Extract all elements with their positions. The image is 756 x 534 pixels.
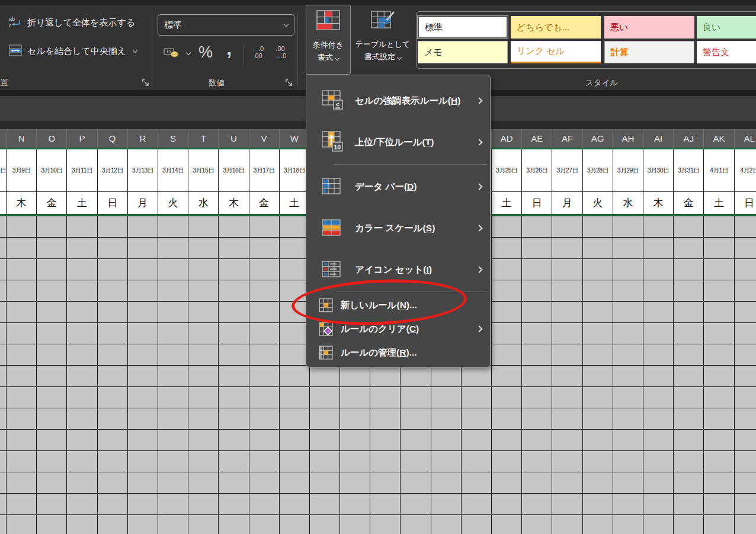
grid-cell[interactable] <box>735 238 756 258</box>
grid-cell[interactable] <box>188 344 219 365</box>
grid-cell[interactable] <box>188 302 219 322</box>
wrap-text-button[interactable]: ab c 折り返して全体を表示する <box>8 15 135 30</box>
grid-cell[interactable] <box>492 430 522 450</box>
comma-style-button[interactable]: , <box>226 37 232 60</box>
grid-cell[interactable] <box>583 472 613 493</box>
day-cell[interactable]: 火 <box>583 192 613 214</box>
grid-cell[interactable] <box>98 238 128 258</box>
grid-cell[interactable] <box>128 280 158 301</box>
grid-cell[interactable] <box>431 494 462 514</box>
number-dialog-launcher-icon[interactable] <box>285 79 293 87</box>
column-header-cell[interactable]: AG <box>583 129 613 149</box>
grid-cell[interactable] <box>735 216 756 237</box>
grid-cell[interactable] <box>492 344 522 365</box>
grid-cell[interactable] <box>583 366 613 386</box>
grid-cell[interactable] <box>522 259 552 280</box>
grid-cell[interactable] <box>401 451 431 472</box>
column-header-cell[interactable]: AK <box>704 129 734 149</box>
grid-cell[interactable] <box>0 216 7 237</box>
grid-cell[interactable] <box>370 472 401 493</box>
grid-cell[interactable] <box>7 302 37 322</box>
grid-cell[interactable] <box>249 216 280 237</box>
date-cell[interactable]: 3月15日 <box>188 149 219 192</box>
grid-cell[interactable] <box>492 302 522 322</box>
grid-cell[interactable] <box>37 451 67 472</box>
menu-item-color-scales[interactable]: カラー スケール(S) <box>306 207 490 249</box>
grid-cell[interactable] <box>128 494 158 514</box>
grid-cell[interactable] <box>643 408 674 429</box>
grid-cell[interactable] <box>735 280 756 301</box>
column-header-cell[interactable]: S <box>158 129 188 149</box>
grid-cell[interactable] <box>158 472 188 493</box>
grid-cell[interactable] <box>704 408 734 429</box>
date-cell[interactable]: 3月29日 <box>613 149 643 192</box>
grid-cell[interactable] <box>613 515 643 534</box>
grid-cell[interactable] <box>613 280 643 301</box>
grid-cell[interactable] <box>522 430 552 450</box>
grid-cell[interactable] <box>158 280 188 301</box>
merge-center-button[interactable]: セルを結合して中央揃え <box>8 44 137 59</box>
grid-cell[interactable] <box>67 238 97 258</box>
grid-cell[interactable] <box>7 451 37 472</box>
grid-cell[interactable] <box>583 238 613 258</box>
grid-cell[interactable] <box>613 387 643 408</box>
grid-cell[interactable] <box>462 451 492 472</box>
grid-cell[interactable] <box>98 323 128 344</box>
grid-cell[interactable] <box>158 302 188 322</box>
column-header-cell[interactable]: AH <box>613 129 643 149</box>
date-cell[interactable]: 3月9日 <box>7 149 37 192</box>
grid-cell[interactable] <box>219 451 249 472</box>
grid-cell[interactable] <box>492 472 522 493</box>
menu-item-new-rule[interactable]: 新しいルール(N)... <box>306 293 490 317</box>
grid-cell[interactable] <box>37 515 67 534</box>
grid-cell[interactable] <box>613 323 643 344</box>
grid-cell[interactable] <box>613 344 643 365</box>
grid-cell[interactable] <box>431 472 462 493</box>
grid-cell[interactable] <box>735 451 756 472</box>
grid-cell[interactable] <box>643 238 674 258</box>
grid-cell[interactable] <box>219 323 249 344</box>
style-cell[interactable]: リンク セル <box>511 41 601 63</box>
grid-cell[interactable] <box>249 408 280 429</box>
grid-cell[interactable] <box>340 387 370 408</box>
currency-format-button[interactable] <box>164 46 190 61</box>
day-cell[interactable]: 土 <box>704 192 734 214</box>
menu-item-top-bottom[interactable]: 10上位/下位ルール(T) <box>306 121 490 163</box>
grid-cell[interactable] <box>7 430 37 450</box>
grid-cell[interactable] <box>583 344 613 365</box>
grid-cell[interactable] <box>188 216 219 237</box>
grid-cell[interactable] <box>98 280 128 301</box>
grid-cell[interactable] <box>704 515 734 534</box>
grid-cell[interactable] <box>37 323 67 344</box>
grid-cell[interactable] <box>643 494 674 514</box>
grid-cell[interactable] <box>128 216 158 237</box>
grid-cell[interactable] <box>7 259 37 280</box>
grid-cell[interactable] <box>583 323 613 344</box>
alignment-dialog-launcher-icon[interactable] <box>142 79 150 87</box>
grid-cell[interactable] <box>735 259 756 280</box>
grid-cell[interactable] <box>158 387 188 408</box>
grid-cell[interactable] <box>280 387 310 408</box>
grid-cell[interactable] <box>67 344 97 365</box>
grid-cell[interactable] <box>492 494 522 514</box>
grid-cell[interactable] <box>98 302 128 322</box>
column-header-cell[interactable]: V <box>249 129 280 149</box>
grid-cell[interactable] <box>462 515 492 534</box>
grid-cell[interactable] <box>401 366 431 386</box>
grid-cell[interactable] <box>219 366 249 386</box>
grid-cell[interactable] <box>552 472 582 493</box>
grid-cell[interactable] <box>67 430 97 450</box>
grid-cell[interactable] <box>280 494 310 514</box>
grid-cell[interactable] <box>583 387 613 408</box>
grid-cell[interactable] <box>158 238 188 258</box>
style-cell[interactable]: 標準 <box>418 16 508 39</box>
column-header-cell[interactable]: P <box>67 129 97 149</box>
day-cell[interactable]: 木 <box>7 192 37 214</box>
grid-cell[interactable] <box>7 515 37 534</box>
grid-cell[interactable] <box>370 515 401 534</box>
grid-cell[interactable] <box>552 366 582 386</box>
grid-cell[interactable] <box>188 430 219 450</box>
grid-cell[interactable] <box>7 387 37 408</box>
grid-cell[interactable] <box>7 216 37 237</box>
date-cell[interactable]: 3月10日 <box>37 149 67 192</box>
